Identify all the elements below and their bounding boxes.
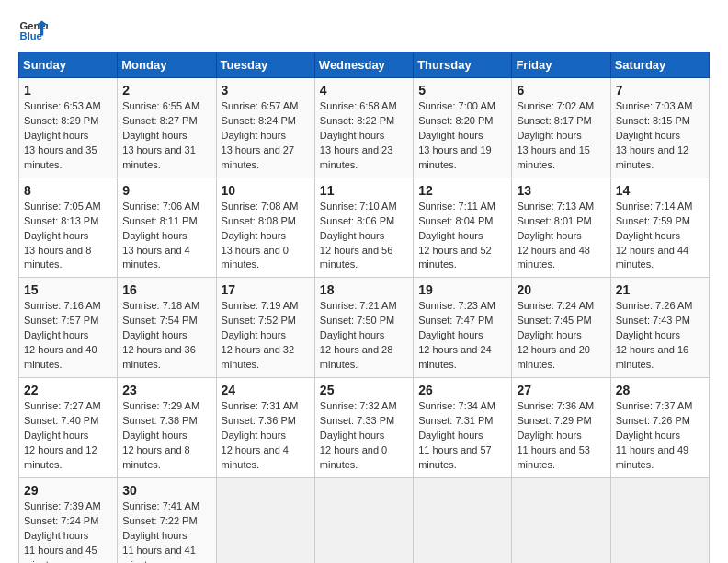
day-number: 19 — [418, 282, 506, 297]
day-info: Sunrise: 7:00 AMSunset: 8:20 PMDaylight … — [418, 100, 495, 170]
calendar-cell: 15 Sunrise: 7:16 AMSunset: 7:57 PMDaylig… — [19, 278, 118, 378]
col-header-monday: Monday — [118, 52, 216, 78]
day-number: 17 — [222, 282, 310, 297]
calendar-cell: 24 Sunrise: 7:31 AMSunset: 7:36 PMDaylig… — [216, 378, 314, 478]
calendar-cell: 29 Sunrise: 7:39 AMSunset: 7:24 PMDaylig… — [19, 477, 118, 563]
day-number: 26 — [418, 383, 506, 397]
day-number: 29 — [24, 483, 112, 498]
day-info: Sunrise: 7:10 AMSunset: 8:06 PMDaylight … — [320, 201, 397, 270]
col-header-sunday: Sunday — [19, 52, 118, 78]
day-info: Sunrise: 7:18 AMSunset: 7:54 PMDaylight … — [122, 300, 199, 370]
day-info: Sunrise: 7:29 AMSunset: 7:38 PMDaylight … — [122, 400, 199, 470]
day-number: 12 — [418, 183, 506, 198]
day-info: Sunrise: 7:11 AMSunset: 8:04 PMDaylight … — [418, 201, 495, 270]
calendar-cell: 13 Sunrise: 7:13 AMSunset: 8:01 PMDaylig… — [512, 178, 610, 278]
col-header-saturday: Saturday — [610, 52, 709, 78]
calendar-cell: 23 Sunrise: 7:29 AMSunset: 7:38 PMDaylig… — [118, 378, 216, 478]
day-info: Sunrise: 7:02 AMSunset: 8:17 PMDaylight … — [517, 100, 594, 170]
day-number: 15 — [24, 282, 112, 297]
day-info: Sunrise: 7:31 AMSunset: 7:36 PMDaylight … — [222, 400, 299, 470]
day-number: 9 — [122, 183, 210, 198]
day-info: Sunrise: 6:57 AMSunset: 8:24 PMDaylight … — [222, 100, 299, 170]
day-number: 25 — [320, 383, 408, 397]
calendar-cell: 16 Sunrise: 7:18 AMSunset: 7:54 PMDaylig… — [118, 278, 216, 378]
day-number: 11 — [320, 183, 408, 198]
calendar-cell: 2 Sunrise: 6:55 AMSunset: 8:27 PMDayligh… — [118, 78, 216, 178]
calendar-cell: 25 Sunrise: 7:32 AMSunset: 7:33 PMDaylig… — [314, 378, 413, 478]
calendar-cell: 7 Sunrise: 7:03 AMSunset: 8:15 PMDayligh… — [610, 78, 709, 178]
day-number: 20 — [517, 282, 605, 297]
day-info: Sunrise: 7:36 AMSunset: 7:29 PMDaylight … — [517, 400, 594, 470]
day-number: 14 — [616, 183, 704, 198]
day-info: Sunrise: 6:55 AMSunset: 8:27 PMDaylight … — [122, 100, 199, 170]
week-row-5: 29 Sunrise: 7:39 AMSunset: 7:24 PMDaylig… — [19, 477, 710, 563]
day-number: 23 — [122, 383, 210, 397]
day-number: 27 — [517, 383, 605, 397]
day-number: 30 — [122, 483, 210, 498]
day-number: 16 — [122, 282, 210, 297]
day-number: 7 — [616, 83, 704, 98]
calendar-cell: 12 Sunrise: 7:11 AMSunset: 8:04 PMDaylig… — [414, 178, 512, 278]
calendar-cell: 9 Sunrise: 7:06 AMSunset: 8:11 PMDayligh… — [118, 178, 216, 278]
day-info: Sunrise: 7:37 AMSunset: 7:26 PMDaylight … — [616, 400, 693, 470]
calendar-cell: 21 Sunrise: 7:26 AMSunset: 7:43 PMDaylig… — [610, 278, 709, 378]
day-info: Sunrise: 7:34 AMSunset: 7:31 PMDaylight … — [418, 400, 495, 470]
calendar-cell: 30 Sunrise: 7:41 AMSunset: 7:22 PMDaylig… — [118, 477, 216, 563]
week-row-2: 8 Sunrise: 7:05 AMSunset: 8:13 PMDayligh… — [19, 178, 710, 278]
calendar-cell: 28 Sunrise: 7:37 AMSunset: 7:26 PMDaylig… — [610, 378, 709, 478]
page-header: General Blue — [18, 15, 710, 44]
week-row-1: 1 Sunrise: 6:53 AMSunset: 8:29 PMDayligh… — [19, 78, 710, 178]
calendar-cell: 11 Sunrise: 7:10 AMSunset: 8:06 PMDaylig… — [314, 178, 413, 278]
day-number: 28 — [616, 383, 704, 397]
day-number: 4 — [320, 83, 408, 98]
day-info: Sunrise: 7:08 AMSunset: 8:08 PMDaylight … — [222, 201, 299, 270]
day-info: Sunrise: 7:19 AMSunset: 7:52 PMDaylight … — [222, 300, 299, 370]
calendar-cell: 6 Sunrise: 7:02 AMSunset: 8:17 PMDayligh… — [512, 78, 610, 178]
day-number: 6 — [517, 83, 605, 98]
day-info: Sunrise: 7:14 AMSunset: 7:59 PMDaylight … — [616, 201, 693, 270]
day-number: 24 — [222, 383, 310, 397]
calendar-cell: 26 Sunrise: 7:34 AMSunset: 7:31 PMDaylig… — [414, 378, 512, 478]
calendar-cell: 20 Sunrise: 7:24 AMSunset: 7:45 PMDaylig… — [512, 278, 610, 378]
calendar-cell: 1 Sunrise: 6:53 AMSunset: 8:29 PMDayligh… — [19, 78, 118, 178]
day-number: 10 — [222, 183, 310, 198]
day-info: Sunrise: 7:39 AMSunset: 7:24 PMDaylight … — [24, 500, 101, 563]
day-info: Sunrise: 7:21 AMSunset: 7:50 PMDaylight … — [320, 300, 397, 370]
col-header-wednesday: Wednesday — [314, 52, 413, 78]
day-number: 2 — [122, 83, 210, 98]
calendar-cell: 18 Sunrise: 7:21 AMSunset: 7:50 PMDaylig… — [314, 278, 413, 378]
col-header-thursday: Thursday — [414, 52, 512, 78]
calendar-cell: 5 Sunrise: 7:00 AMSunset: 8:20 PMDayligh… — [414, 78, 512, 178]
calendar-cell: 4 Sunrise: 6:58 AMSunset: 8:22 PMDayligh… — [314, 78, 413, 178]
calendar-cell: 17 Sunrise: 7:19 AMSunset: 7:52 PMDaylig… — [216, 278, 314, 378]
day-number: 21 — [616, 282, 704, 297]
day-info: Sunrise: 6:53 AMSunset: 8:29 PMDaylight … — [24, 100, 101, 170]
day-info: Sunrise: 6:58 AMSunset: 8:22 PMDaylight … — [320, 100, 397, 170]
day-info: Sunrise: 7:26 AMSunset: 7:43 PMDaylight … — [616, 300, 693, 370]
calendar-cell — [314, 477, 413, 563]
day-number: 8 — [24, 183, 112, 198]
day-info: Sunrise: 7:06 AMSunset: 8:11 PMDaylight … — [122, 201, 199, 270]
day-info: Sunrise: 7:03 AMSunset: 8:15 PMDaylight … — [616, 100, 693, 170]
day-info: Sunrise: 7:27 AMSunset: 7:40 PMDaylight … — [24, 400, 101, 470]
day-number: 13 — [517, 183, 605, 198]
calendar-table: SundayMondayTuesdayWednesdayThursdayFrid… — [18, 52, 710, 563]
calendar-cell: 8 Sunrise: 7:05 AMSunset: 8:13 PMDayligh… — [19, 178, 118, 278]
day-number: 3 — [222, 83, 310, 98]
day-info: Sunrise: 7:16 AMSunset: 7:57 PMDaylight … — [24, 300, 101, 370]
col-header-tuesday: Tuesday — [216, 52, 314, 78]
calendar-cell: 22 Sunrise: 7:27 AMSunset: 7:40 PMDaylig… — [19, 378, 118, 478]
day-info: Sunrise: 7:24 AMSunset: 7:45 PMDaylight … — [517, 300, 594, 370]
calendar-cell — [216, 477, 314, 563]
week-row-3: 15 Sunrise: 7:16 AMSunset: 7:57 PMDaylig… — [19, 278, 710, 378]
calendar-cell — [610, 477, 709, 563]
day-info: Sunrise: 7:32 AMSunset: 7:33 PMDaylight … — [320, 400, 397, 470]
day-number: 1 — [24, 83, 112, 98]
logo-icon: General Blue — [18, 15, 48, 44]
day-number: 18 — [320, 282, 408, 297]
calendar-cell: 3 Sunrise: 6:57 AMSunset: 8:24 PMDayligh… — [216, 78, 314, 178]
calendar-cell: 27 Sunrise: 7:36 AMSunset: 7:29 PMDaylig… — [512, 378, 610, 478]
logo: General Blue — [18, 15, 48, 44]
svg-text:Blue: Blue — [20, 30, 42, 41]
day-info: Sunrise: 7:05 AMSunset: 8:13 PMDaylight … — [24, 201, 101, 270]
